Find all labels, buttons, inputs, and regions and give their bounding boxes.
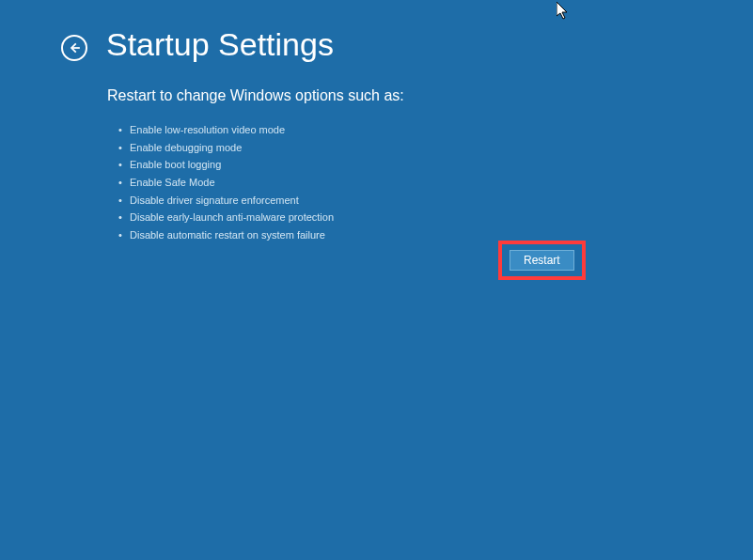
highlight-annotation: Restart	[498, 241, 586, 280]
list-item: Disable driver signature enforcement	[120, 192, 753, 210]
list-item: Enable boot logging	[120, 156, 753, 174]
list-item: Enable low-resolution video mode	[120, 121, 753, 139]
list-item: Enable debugging mode	[120, 139, 753, 157]
list-item: Enable Safe Mode	[120, 174, 753, 192]
options-list: Enable low-resolution video mode Enable …	[107, 121, 753, 244]
content-area: Restart to change Windows options such a…	[0, 63, 753, 244]
header: Startup Settings	[0, 0, 753, 63]
back-button[interactable]	[61, 35, 87, 61]
restart-button[interactable]: Restart	[510, 250, 574, 271]
arrow-left-icon	[68, 41, 81, 54]
list-item: Disable automatic restart on system fail…	[120, 226, 753, 244]
page-title: Startup Settings	[106, 26, 334, 63]
list-item: Disable early-launch anti-malware protec…	[120, 209, 753, 226]
restart-container: Restart	[498, 241, 586, 280]
subtitle: Restart to change Windows options such a…	[107, 87, 753, 104]
